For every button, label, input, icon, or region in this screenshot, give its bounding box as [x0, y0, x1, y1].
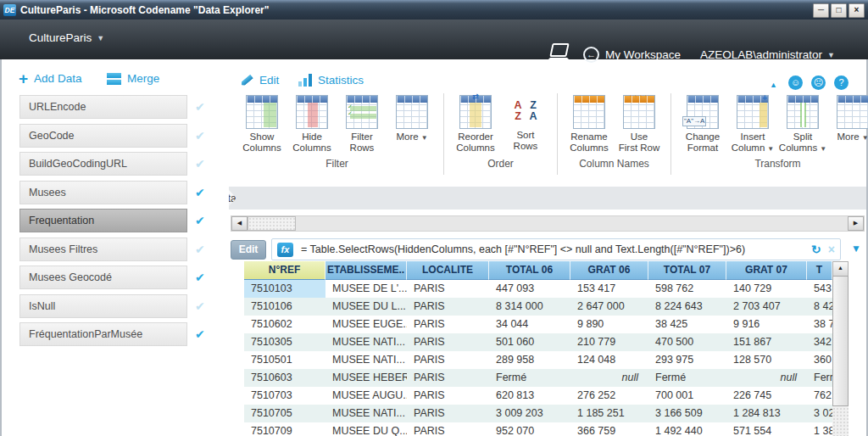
split-columns-button[interactable]: SplitColumns▼: [779, 93, 826, 154]
table-cell[interactable]: 7510603: [244, 369, 326, 387]
table-cell[interactable]: 1 185 251: [570, 405, 648, 422]
help-icon[interactable]: ?: [834, 75, 849, 90]
table-cell[interactable]: 289 958: [489, 351, 570, 369]
more-button[interactable]: More▼: [388, 93, 436, 143]
edit-button[interactable]: Edit: [240, 74, 279, 87]
scrollbar-thumb[interactable]: [248, 216, 296, 231]
statistics-button[interactable]: Statistics: [298, 74, 364, 87]
show-columns-button[interactable]: ShowColumns: [238, 93, 286, 154]
formula-input[interactable]: fx = Table.SelectRows(HiddenColumns, eac…: [271, 238, 841, 260]
table-cell[interactable]: 501 060: [489, 333, 570, 351]
table-cell[interactable]: 124 048: [570, 351, 648, 369]
table-cell[interactable]: PARIS: [407, 351, 489, 369]
query-item[interactable]: Frequentation: [19, 209, 187, 232]
table-cell[interactable]: 1 284 813: [726, 405, 807, 422]
table-cell[interactable]: 8 314 000: [489, 298, 570, 316]
column-header[interactable]: T: [807, 261, 832, 280]
table-cell[interactable]: 7510602: [244, 316, 326, 333]
maximize-button[interactable]: □: [831, 3, 847, 18]
my-workspace-link[interactable]: My Workspace: [605, 48, 681, 61]
column-header[interactable]: N°REF: [244, 261, 326, 280]
merge-button[interactable]: Merge: [107, 72, 159, 85]
table-cell[interactable]: 952 070: [489, 422, 570, 436]
table-cell[interactable]: PARIS: [407, 422, 489, 436]
filter-rows-button[interactable]: ✓✓FilterRows: [338, 93, 386, 154]
query-item[interactable]: Musees Geocodé: [19, 266, 187, 289]
table-cell[interactable]: 293 975: [648, 351, 726, 369]
formula-expand-icon[interactable]: ▼: [851, 243, 861, 254]
table-cell[interactable]: 151 867: [726, 333, 807, 351]
smiley-icon[interactable]: ☺: [788, 75, 803, 90]
table-cell[interactable]: MUSEE DU L...: [326, 298, 407, 316]
table-cell[interactable]: 140 729: [726, 280, 807, 298]
app-menu[interactable]: CultureParis ▼: [29, 31, 104, 44]
table-cell[interactable]: MUSEE NATI...: [326, 333, 407, 351]
frown-icon[interactable]: ☹: [811, 75, 826, 90]
table-cell[interactable]: 366 759: [570, 422, 648, 436]
table-cell[interactable]: MUSEE NATI...: [326, 405, 407, 422]
scroll-left-arrow[interactable]: ◀: [231, 216, 248, 231]
table-cell[interactable]: 8 42: [807, 298, 832, 316]
table-cell[interactable]: 7510103: [244, 280, 326, 298]
column-header[interactable]: GRAT 07: [726, 261, 807, 280]
table-cell[interactable]: 1 38: [807, 422, 832, 436]
table-cell[interactable]: 128 570: [726, 351, 807, 369]
table-cell[interactable]: 9 916: [726, 316, 807, 333]
table-cell[interactable]: MUSEE EUGE...: [326, 316, 407, 333]
rename-columns-button[interactable]: RenameColumns: [565, 93, 613, 154]
refresh-icon[interactable]: ↻: [811, 243, 821, 256]
table-cell[interactable]: 543: [807, 280, 832, 298]
close-button[interactable]: ×: [849, 3, 865, 18]
table-cell[interactable]: 342: [807, 333, 832, 351]
table-cell[interactable]: 620 813: [489, 387, 570, 405]
table-cell[interactable]: 276 252: [570, 387, 648, 405]
table-cell[interactable]: PARIS: [407, 280, 489, 298]
table-cell[interactable]: 7510305: [244, 333, 326, 351]
table-cell[interactable]: 7510703: [244, 387, 326, 405]
add-data-button[interactable]: + Add Data: [19, 72, 81, 85]
close-formula-icon[interactable]: ×: [828, 243, 835, 256]
minimize-button[interactable]: ─: [813, 3, 829, 18]
column-header[interactable]: TOTAL 07: [648, 261, 726, 280]
table-cell[interactable]: MUSEE DU Q...: [326, 422, 407, 436]
table-cell[interactable]: PARIS: [407, 387, 489, 405]
table-cell[interactable]: PARIS: [407, 405, 489, 422]
table-cell[interactable]: 153 417: [570, 280, 648, 298]
table-cell[interactable]: 700 001: [648, 387, 726, 405]
change-format-button[interactable]: "A"→AChangeFormat: [679, 93, 726, 154]
table-cell[interactable]: MUSEE DE L'...: [326, 280, 407, 298]
table-cell[interactable]: 447 093: [489, 280, 570, 298]
sort-rows-button[interactable]: AZZASortRows: [502, 93, 549, 152]
table-cell[interactable]: null: [570, 369, 648, 387]
table-cell[interactable]: 38 7: [807, 316, 832, 333]
table-cell[interactable]: 3 02: [807, 405, 832, 422]
table-cell[interactable]: 571 554: [726, 422, 807, 436]
table-cell[interactable]: 7510501: [244, 351, 326, 369]
scroll-up-arrow[interactable]: ▲: [832, 261, 849, 277]
table-cell[interactable]: PARIS: [407, 369, 489, 387]
table-cell[interactable]: PARIS: [407, 333, 489, 351]
table-cell[interactable]: 7510106: [244, 298, 326, 316]
table-cell[interactable]: 210 779: [570, 333, 648, 351]
table-cell[interactable]: Fermé: [489, 369, 570, 387]
scroll-right-arrow[interactable]: ▶: [848, 216, 864, 231]
table-cell[interactable]: 7510705: [244, 405, 326, 422]
table-cell[interactable]: null: [726, 369, 807, 387]
table-cell[interactable]: MUSEE NATI...: [326, 351, 407, 369]
table-cell[interactable]: Ferr: [807, 369, 832, 387]
query-item[interactable]: IsNull: [19, 294, 187, 318]
query-item[interactable]: URLEncode: [19, 95, 187, 119]
table-cell[interactable]: 38 425: [648, 316, 726, 333]
table-cell[interactable]: 2 647 000: [570, 298, 648, 316]
column-header[interactable]: ETABLISSEME..: [326, 261, 407, 280]
table-cell[interactable]: 9 890: [570, 316, 648, 333]
table-cell[interactable]: PARIS: [407, 316, 489, 333]
scrollbar-thumb[interactable]: [832, 276, 849, 406]
hide-columns-button[interactable]: HideColumns: [288, 93, 336, 154]
column-header[interactable]: TOTAL 06: [489, 261, 570, 280]
back-arrow-icon[interactable]: ←: [583, 47, 599, 63]
table-cell[interactable]: 470 500: [648, 333, 726, 351]
table-cell[interactable]: 8 224 643: [648, 298, 726, 316]
table-cell[interactable]: 7510709: [244, 422, 326, 436]
query-item[interactable]: FréquentationParMusée: [19, 322, 187, 346]
